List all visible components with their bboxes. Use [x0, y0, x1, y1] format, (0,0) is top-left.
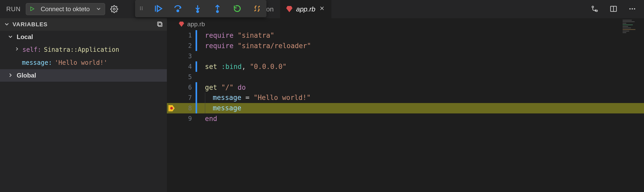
code-text: require "sinatra"	[205, 31, 274, 39]
code-text: message = "Hello world!"	[205, 93, 311, 103]
disconnect-button[interactable]	[251, 3, 263, 14]
code-text: end	[205, 115, 217, 123]
collapse-all-icon[interactable]	[156, 21, 163, 28]
svg-point-7	[142, 9, 143, 10]
svg-point-17	[592, 6, 593, 8]
code-text: set :bind, "0.0.0.0"	[205, 63, 287, 71]
coverage-indicator	[196, 51, 197, 61]
svg-point-10	[177, 10, 179, 12]
variables-group-global[interactable]: Global	[0, 69, 167, 82]
code-line[interactable]: 7message = "Hello world!"	[167, 93, 644, 103]
close-icon[interactable]	[319, 5, 325, 13]
coverage-indicator	[196, 103, 197, 113]
run-panel-label: RUN	[6, 5, 21, 13]
chevron-down-icon	[4, 21, 10, 28]
coverage-indicator	[196, 61, 197, 72]
code-line[interactable]: 1require "sinatra"	[167, 30, 644, 41]
code-line[interactable]: 6get "/" do	[167, 82, 644, 93]
group-name: Local	[17, 33, 33, 41]
code-line[interactable]: 3	[167, 51, 644, 61]
ruby-icon	[179, 22, 184, 27]
variable-value: Sinatra::Application	[44, 46, 119, 53]
code-text: message	[205, 103, 241, 113]
svg-point-23	[634, 8, 635, 9]
tab-title: app.rb	[296, 5, 315, 13]
variable-key: message:	[22, 59, 52, 66]
variable-row-message[interactable]: message: 'Hello world!'	[0, 56, 167, 69]
line-number[interactable]: 2	[167, 42, 196, 49]
code-line[interactable]: 8message	[167, 103, 644, 113]
line-number[interactable]: 1	[167, 32, 196, 39]
breadcrumb[interactable]: app.rb	[167, 18, 644, 30]
svg-point-3	[142, 7, 143, 7]
gear-icon[interactable]	[110, 5, 118, 13]
svg-point-21	[629, 8, 631, 9]
svg-point-6	[140, 9, 141, 10]
debug-config-selector[interactable]: Connect to okteto	[26, 3, 105, 15]
grip-icon[interactable]	[139, 6, 144, 12]
code-line[interactable]: 2require "sinatra/reloader"	[167, 41, 644, 51]
svg-marker-9	[157, 6, 162, 12]
line-number[interactable]: 4	[167, 63, 196, 70]
breakpoint-marker[interactable]	[168, 105, 175, 111]
svg-point-1	[113, 8, 115, 10]
coverage-indicator	[196, 30, 197, 41]
step-out-button[interactable]	[212, 3, 223, 14]
restart-button[interactable]	[232, 3, 243, 14]
code-editor[interactable]: app.rb 1require "sinatra"2require "sinat…	[167, 18, 644, 192]
coverage-indicator	[196, 113, 197, 124]
chevron-right-icon	[14, 46, 20, 53]
line-number[interactable]: 6	[167, 84, 196, 91]
variables-sidebar: VARIABLES Local self: Sinatra::Applicati…	[0, 18, 167, 192]
code-text: get "/" do	[205, 84, 246, 91]
chevron-right-icon	[7, 72, 14, 79]
svg-point-4	[140, 8, 141, 9]
svg-point-22	[632, 8, 633, 9]
variable-row-self[interactable]: self: Sinatra::Application	[0, 43, 167, 56]
breadcrumb-file: app.rb	[187, 21, 205, 28]
code-text: require "sinatra/reloader"	[205, 42, 311, 50]
line-number[interactable]: 9	[167, 115, 196, 122]
svg-point-2	[140, 7, 141, 7]
coverage-indicator	[196, 72, 197, 82]
svg-rect-24	[159, 23, 162, 26]
split-editor-icon[interactable]	[610, 5, 617, 14]
line-number[interactable]: 8	[167, 105, 196, 112]
variables-panel-header[interactable]: VARIABLES	[0, 18, 167, 31]
svg-point-5	[142, 8, 143, 9]
line-number[interactable]: 5	[167, 73, 196, 81]
debug-config-name: Connect to okteto	[39, 5, 92, 13]
svg-marker-0	[31, 7, 34, 11]
variables-group-local[interactable]: Local	[0, 31, 167, 43]
svg-point-12	[197, 11, 198, 12]
panel-title: VARIABLES	[13, 21, 48, 28]
editor-tab-app-rb[interactable]: app.rb	[280, 0, 332, 18]
more-icon[interactable]	[628, 5, 636, 14]
line-number[interactable]: 3	[167, 53, 196, 60]
variable-value: 'Hello world!'	[55, 59, 107, 66]
compare-icon[interactable]	[591, 5, 599, 14]
continue-button[interactable]	[152, 3, 164, 14]
variable-key: self:	[22, 46, 41, 53]
step-into-button[interactable]	[192, 3, 203, 14]
group-name: Global	[17, 72, 36, 79]
minimap[interactable]	[623, 20, 641, 33]
code-line[interactable]: 5	[167, 72, 644, 82]
step-over-button[interactable]	[172, 3, 184, 14]
code-line[interactable]: 4set :bind, "0.0.0.0"	[167, 61, 644, 72]
chevron-down-icon	[7, 34, 14, 41]
play-icon[interactable]	[29, 6, 35, 12]
svg-rect-25	[157, 22, 161, 25]
coverage-indicator	[196, 41, 197, 51]
svg-point-14	[216, 11, 218, 12]
debug-toolbar	[135, 0, 266, 17]
chevron-down-icon[interactable]	[95, 6, 102, 13]
coverage-indicator	[196, 82, 197, 93]
line-number[interactable]: 7	[167, 94, 196, 101]
code-line[interactable]: 9end	[167, 113, 644, 124]
coverage-indicator	[196, 93, 197, 103]
ruby-icon	[286, 6, 293, 12]
